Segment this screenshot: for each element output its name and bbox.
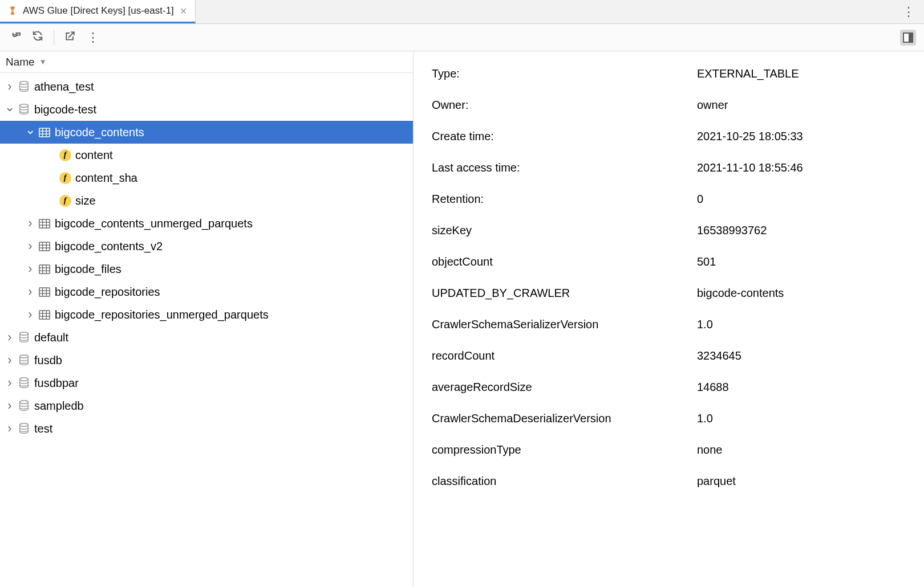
database-icon [16, 80, 32, 93]
toolbar-separator [54, 30, 54, 45]
detail-key: UPDATED_BY_CRAWLER [432, 287, 697, 300]
table-icon [37, 242, 52, 251]
tree-table-node[interactable]: › bigcode_repositories [0, 280, 413, 303]
detail-key: sizeKey [432, 224, 697, 237]
detail-key: Retention: [432, 193, 697, 206]
database-icon [16, 422, 32, 435]
settings-button[interactable] [5, 27, 25, 48]
field-icon: f [57, 172, 73, 184]
tree-node-label: content [75, 149, 113, 162]
chevron-right-icon[interactable]: › [3, 79, 16, 94]
tree-database-node[interactable]: › fusdb [0, 349, 413, 372]
detail-key: objectCount [432, 255, 697, 268]
tree-node-label: bigcode-test [34, 103, 96, 116]
open-external-icon [64, 30, 76, 44]
tree-node-label: bigcode_contents_unmerged_parquets [55, 217, 253, 230]
tree-node-label: bigcode_repositories_unmerged_parquets [55, 308, 269, 321]
tabbar-spacer [196, 0, 897, 23]
chevron-right-icon[interactable]: › [24, 284, 37, 299]
tab-aws-glue[interactable]: AWS Glue [Direct Keys] [us-east-1] ✕ [0, 0, 196, 23]
chevron-right-icon[interactable]: › [24, 307, 37, 322]
svg-point-2 [20, 81, 29, 85]
tree-field-node[interactable]: fsize [0, 189, 413, 212]
tree-node-label: sampledb [34, 400, 84, 413]
tree-table-node[interactable]: ⌄ bigcode_contents [0, 121, 413, 144]
svg-point-3 [20, 104, 29, 108]
table-icon [37, 310, 52, 320]
database-icon [16, 400, 32, 412]
table-icon [37, 287, 52, 297]
chevron-right-icon[interactable]: › [3, 398, 16, 413]
tree-table-node[interactable]: › bigcode_contents_unmerged_parquets [0, 212, 413, 235]
svg-point-37 [20, 401, 29, 404]
detail-value: owner [697, 99, 918, 112]
tree-database-node[interactable]: › default [0, 326, 413, 349]
tree-node-label: bigcode_files [55, 263, 121, 276]
tree-database-node[interactable]: › fusdbpar [0, 372, 413, 394]
database-icon [16, 354, 32, 366]
close-icon[interactable]: ✕ [179, 6, 188, 17]
chevron-down-icon[interactable]: ⌄ [24, 123, 37, 137]
detail-key: Type: [432, 67, 697, 80]
detail-key: compressionType [432, 443, 697, 456]
tree-node-label: test [34, 422, 52, 435]
detail-value: parquet [697, 475, 918, 488]
field-icon: f [57, 195, 73, 207]
chevron-down-icon[interactable]: ⌄ [3, 100, 16, 115]
field-icon: f [57, 149, 73, 161]
detail-key: CrawlerSchemaSerializerVersion [432, 318, 697, 331]
chevron-right-icon[interactable]: › [24, 216, 37, 231]
sort-desc-icon: ▼ [39, 58, 47, 66]
details-panel: Type:EXTERNAL_TABLEOwner:ownerCreate tim… [414, 51, 924, 587]
database-icon [16, 331, 32, 344]
toolbar-more-button[interactable]: ⋮ [83, 27, 103, 48]
tabbar-overflow-button[interactable]: ⋮ [897, 0, 921, 23]
open-external-button[interactable] [60, 27, 80, 48]
tree-node-label: bigcode_contents [55, 126, 144, 139]
main-split: Name ▼ › athena_test⌄ bigcode-test⌄ bigc… [0, 51, 924, 587]
tree-database-node[interactable]: ⌄ bigcode-test [0, 98, 413, 121]
tree-field-node[interactable]: fcontent_sha [0, 166, 413, 189]
svg-rect-0 [11, 7, 15, 9]
tree-table-node[interactable]: › bigcode_files [0, 258, 413, 280]
chevron-right-icon[interactable]: › [3, 353, 16, 368]
tree-column-header[interactable]: Name ▼ [0, 51, 413, 73]
detail-value: 1.0 [697, 412, 918, 425]
detail-value: 14688 [697, 381, 918, 394]
aws-glue-icon [7, 5, 18, 17]
table-icon [37, 128, 52, 137]
svg-point-35 [20, 355, 29, 358]
chevron-right-icon[interactable]: › [24, 239, 37, 254]
detail-value: 16538993762 [697, 224, 918, 237]
chevron-right-icon[interactable]: › [3, 421, 16, 436]
svg-rect-9 [39, 219, 50, 228]
tree-database-node[interactable]: › test [0, 417, 413, 440]
svg-rect-4 [39, 128, 50, 137]
catalog-tree: › athena_test⌄ bigcode-test⌄ bigcode_con… [0, 73, 413, 442]
wrench-icon [9, 30, 21, 45]
refresh-button[interactable] [27, 27, 48, 48]
svg-rect-1 [12, 10, 13, 12]
svg-rect-14 [39, 242, 50, 251]
svg-rect-29 [39, 311, 50, 319]
detail-key: recordCount [432, 349, 697, 362]
tree-table-node[interactable]: › bigcode_repositories_unmerged_parquets [0, 303, 413, 326]
chevron-right-icon[interactable]: › [24, 262, 37, 276]
more-vertical-icon: ⋮ [87, 31, 99, 44]
table-icon [37, 264, 52, 274]
catalog-tree-panel: Name ▼ › athena_test⌄ bigcode-test⌄ bigc… [0, 51, 414, 587]
svg-point-36 [20, 378, 29, 381]
chevron-right-icon[interactable]: › [3, 330, 16, 345]
detail-value: 0 [697, 193, 918, 206]
toggle-right-panel-button[interactable] [900, 30, 916, 46]
tree-database-node[interactable]: › athena_test [0, 75, 413, 98]
chevron-right-icon[interactable]: › [3, 376, 16, 390]
tree-table-node[interactable]: › bigcode_contents_v2 [0, 235, 413, 258]
tree-field-node[interactable]: fcontent [0, 144, 413, 166]
tree-node-label: bigcode_contents_v2 [55, 240, 163, 253]
tab-title: AWS Glue [Direct Keys] [us-east-1] [23, 5, 174, 17]
detail-value: 501 [697, 255, 918, 268]
tree-database-node[interactable]: › sampledb [0, 394, 413, 417]
toolbar: ⋮ [0, 24, 924, 51]
detail-value: none [697, 443, 918, 456]
